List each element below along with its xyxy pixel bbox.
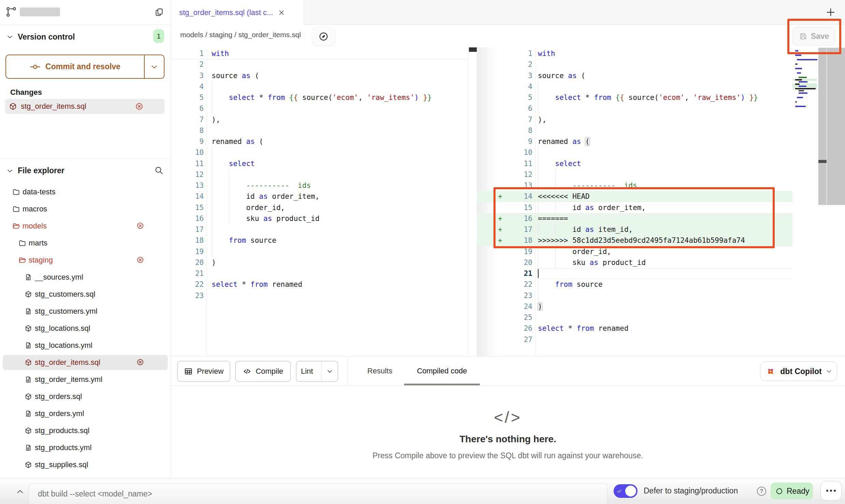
editor-scrollbar-track[interactable] xyxy=(818,48,827,205)
code-line-17[interactable]: +17 id as item_id, xyxy=(477,224,792,235)
more-options-button[interactable] xyxy=(820,481,842,501)
discard-change-icon[interactable] xyxy=(135,102,143,110)
tree-item-stg-locations-yml[interactable]: stg_locations.yml xyxy=(3,338,168,353)
code-line-21[interactable]: 21 xyxy=(477,268,792,279)
code-line-15[interactable]: 15 order_id, xyxy=(171,202,468,213)
chevron-down-icon[interactable] xyxy=(6,33,14,41)
code-line-14[interactable]: +14<<<<<<< HEAD xyxy=(477,191,792,202)
chevron-up-icon[interactable] xyxy=(16,487,25,496)
code-line-18[interactable]: 18 from source xyxy=(171,235,468,246)
code-line-12[interactable]: 12 xyxy=(477,169,792,180)
scrollbar-thumb[interactable] xyxy=(818,160,827,163)
save-button[interactable]: Save xyxy=(793,27,835,45)
code-line-2[interactable]: 2 xyxy=(477,59,792,70)
changes-item[interactable]: stg_order_items.sql xyxy=(5,99,164,114)
tree-item-data-tests[interactable]: data-tests xyxy=(3,184,168,199)
copy-icon[interactable] xyxy=(154,8,164,17)
tree-item-macros[interactable]: macros xyxy=(3,202,168,217)
code-line-5[interactable]: 5 select * from {{ source('ecom', 'raw_i… xyxy=(477,92,792,103)
code-line-15[interactable]: 15 id as order_item, xyxy=(477,202,792,213)
code-editor-right-pane[interactable]: 1with23source as (45 select * from {{ so… xyxy=(477,47,792,356)
new-tab-icon[interactable] xyxy=(825,7,836,18)
code-line-9[interactable]: 9renamed as ( xyxy=(171,136,468,147)
tree-item-stg-orders-yml[interactable]: stg_orders.yml xyxy=(3,406,168,421)
tab-compiled-code[interactable]: Compiled code xyxy=(404,357,480,385)
code-line-6[interactable]: 6 xyxy=(477,103,792,114)
chevron-down-icon[interactable] xyxy=(6,167,14,175)
tree-item-marts[interactable]: marts xyxy=(3,236,168,251)
code-line-10[interactable]: 10 xyxy=(477,147,792,158)
command-input[interactable] xyxy=(29,483,607,504)
code-line-1[interactable]: 1with xyxy=(171,48,468,59)
code-line-13[interactable]: 13 ---------- ids xyxy=(477,180,792,191)
discard-change-icon[interactable] xyxy=(137,222,144,229)
lineage-button[interactable] xyxy=(312,27,335,46)
tab-results[interactable]: Results xyxy=(358,357,402,385)
tree-item-stg-supplies-sql[interactable]: stg_supplies.sql xyxy=(3,457,168,472)
tree-item-staging[interactable]: staging xyxy=(3,253,168,268)
code-line-3[interactable]: 3source as ( xyxy=(477,70,792,81)
tree-item--sources-yml[interactable]: __sources.yml xyxy=(3,270,168,285)
code-line-19[interactable]: 19 order_id, xyxy=(477,246,792,257)
code-line-16[interactable]: 16 sku as product_id xyxy=(171,213,468,224)
help-icon[interactable]: ? xyxy=(757,487,766,496)
scrollbar-thumb[interactable] xyxy=(469,47,477,52)
tree-item-stg-customers-yml[interactable]: stg_customers.yml xyxy=(3,304,168,319)
code-line-8[interactable]: 8 xyxy=(477,125,792,136)
code-line-25[interactable]: 25 xyxy=(477,312,792,323)
code-line-20[interactable]: 20 sku as product_id xyxy=(477,257,792,268)
code-line-2[interactable]: 2 xyxy=(171,59,468,70)
code-line-23[interactable]: 23 xyxy=(477,290,792,301)
code-line-10[interactable]: 10 xyxy=(171,147,468,158)
code-line-19[interactable]: 19 xyxy=(171,246,468,257)
left-pane-scrollbar[interactable] xyxy=(468,47,477,356)
code-line-22[interactable]: 22select * from renamed xyxy=(171,279,468,290)
code-line-5[interactable]: 5 select * from {{ source('ecom', 'raw_i… xyxy=(171,92,468,103)
code-line-12[interactable]: 12 xyxy=(171,169,468,180)
code-line-11[interactable]: 11 select xyxy=(171,158,468,169)
tree-item-stg-order-items-yml[interactable]: stg_order_items.yml xyxy=(3,372,168,387)
code-line-17[interactable]: 17 xyxy=(171,224,468,235)
discard-change-icon[interactable] xyxy=(137,358,144,366)
code-line-14[interactable]: 14 id as order_item, xyxy=(171,191,468,202)
code-line-11[interactable]: 11 select xyxy=(477,158,792,169)
lint-dropdown-button[interactable] xyxy=(321,361,338,381)
tree-item-models[interactable]: models xyxy=(3,219,168,234)
tab-stg-order-items[interactable]: stg_order_items.sql (last c... xyxy=(171,0,304,25)
commit-dropdown-button[interactable] xyxy=(144,55,164,78)
minimap[interactable] xyxy=(792,47,818,356)
code-line-24[interactable]: 24) xyxy=(477,301,792,312)
dbt-copilot-button[interactable]: dbt Copilot xyxy=(760,361,837,381)
discard-change-icon[interactable] xyxy=(137,256,144,264)
code-line-26[interactable]: 26select * from renamed xyxy=(477,323,792,334)
code-line-8[interactable]: 8 xyxy=(171,125,468,136)
code-editor-left-pane[interactable]: 1with23source as (45 select * from {{ so… xyxy=(171,47,468,356)
tree-item-stg-customers-sql[interactable]: stg_customers.sql xyxy=(3,287,168,302)
code-line-9[interactable]: 9renamed as ( xyxy=(477,136,792,147)
compile-button[interactable]: Compile xyxy=(235,361,291,382)
code-line-27[interactable]: 27 xyxy=(477,334,792,345)
tree-item-stg-products-sql[interactable]: stg_products.sql xyxy=(3,423,168,438)
tree-item-stg-products-yml[interactable]: stg_products.yml xyxy=(3,440,168,455)
commit-and-resolve-button[interactable]: Commit and resolve xyxy=(5,55,164,79)
code-line-23[interactable]: 23 xyxy=(171,290,468,301)
code-line-20[interactable]: 20) xyxy=(171,257,468,268)
code-line-3[interactable]: 3source as ( xyxy=(171,70,468,81)
code-line-1[interactable]: 1with xyxy=(477,48,792,59)
code-line-16[interactable]: +16======= xyxy=(477,213,792,224)
tree-item-stg-locations-sql[interactable]: stg_locations.sql xyxy=(3,321,168,336)
code-line-21[interactable]: 21 xyxy=(171,268,468,279)
code-line-4[interactable]: 4 xyxy=(477,81,792,92)
close-tab-icon[interactable] xyxy=(278,9,285,16)
code-line-13[interactable]: 13 ---------- ids xyxy=(171,180,468,191)
code-line-4[interactable]: 4 xyxy=(171,81,468,92)
defer-toggle[interactable] xyxy=(614,484,638,498)
window-scrollbar-track[interactable] xyxy=(827,48,845,205)
tree-item-stg-orders-sql[interactable]: stg_orders.sql xyxy=(3,389,168,404)
preview-button[interactable]: Preview xyxy=(177,361,230,382)
code-line-6[interactable]: 6 xyxy=(171,103,468,114)
code-line-7[interactable]: 7), xyxy=(477,114,792,125)
code-line-22[interactable]: 22 from source xyxy=(477,279,792,290)
lint-button[interactable]: Lint xyxy=(296,361,338,382)
search-icon[interactable] xyxy=(154,166,163,175)
